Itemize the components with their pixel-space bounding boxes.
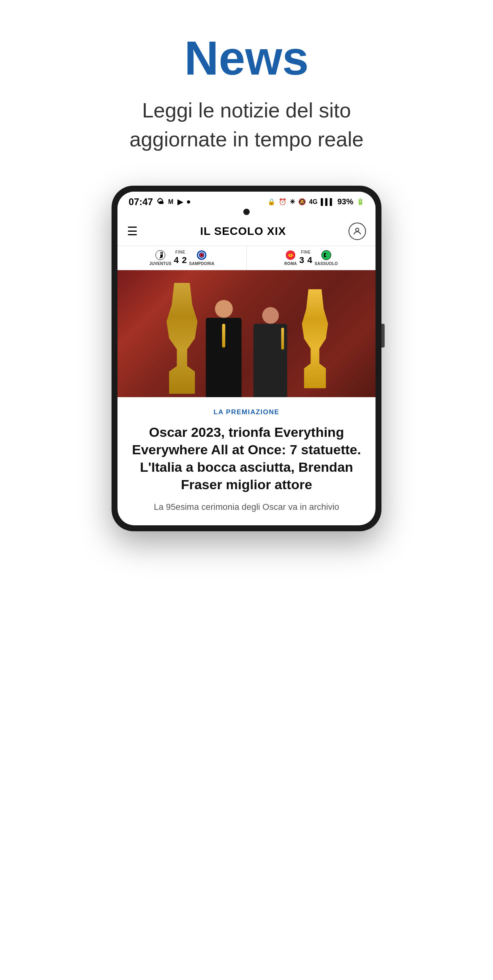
signal-bars: ▌▌▌ [321,198,334,206]
sassuolo-logo [321,250,331,260]
bluetooth-icon: ✳ [290,198,295,206]
alarm-icon: ⏰ [279,198,287,206]
cloud-icon: 🌤 [157,198,164,206]
svg-rect-3 [158,254,162,255]
page-title: News [24,32,469,84]
app-logo: IL SECOLO XIX [200,225,286,238]
team-name-sassuolo: SASSUOLO [315,261,338,266]
youtube-icon: ▶ [177,198,183,206]
svg-rect-2 [158,253,162,254]
main-article-image [117,270,376,397]
phone-screen: 07:47 🌤 M ▶ 🔒 ⏰ ✳ 🔕 4G ▌▌▌ 93% [117,192,376,526]
lock-icon: 🔒 [268,198,275,206]
network-type: 4G [309,198,318,206]
article-content: LA PREMIAZIONE Oscar 2023, trionfa Every… [117,397,376,526]
svg-point-0 [356,228,359,231]
team-roma: ROMA [284,250,297,266]
svg-point-9 [290,254,291,256]
status-time: 07:47 [129,196,153,208]
score-juventus-sampdoria: FINE 4 2 [174,250,187,265]
front-camera [243,209,250,215]
sampdoria-logo [196,250,207,260]
page-header: News Leggi le notizie del sito aggiornat… [0,0,493,178]
app-header: ☰ IL SECOLO XIX [117,217,376,246]
battery-level: 93% [337,197,353,206]
team-name-roma: ROMA [284,261,297,266]
svg-point-12 [325,254,327,256]
profile-button[interactable] [349,223,366,240]
scores-bar: JUVENTUS FINE 4 2 [117,246,376,270]
score-roma-sassuolo: FINE 3 4 [299,250,312,265]
article-category: LA PREMIAZIONE [129,408,364,416]
camera-notch [117,209,376,215]
svg-point-7 [201,254,202,256]
team-sassuolo: SASSUOLO [315,250,338,266]
team-sampdoria: SAMPDORIA [189,250,214,266]
phone-wrapper: 07:47 🌤 M ▶ 🔒 ⏰ ✳ 🔕 4G ▌▌▌ 93% [0,178,493,540]
gmail-icon: M [168,198,173,206]
status-bar: 07:47 🌤 M ▶ 🔒 ⏰ ✳ 🔕 4G ▌▌▌ 93% [117,192,376,211]
phone-frame: 07:47 🌤 M ▶ 🔒 ⏰ ✳ 🔕 4G ▌▌▌ 93% [112,186,381,532]
notification-dot [187,200,190,204]
battery-icon: 🔋 [356,198,364,206]
team-name-juventus: JUVENTUS [149,261,171,266]
hamburger-menu[interactable]: ☰ [127,224,138,238]
score-item-roma-sassuolo[interactable]: ROMA FINE 3 4 [247,246,376,270]
status-right: 🔒 ⏰ ✳ 🔕 4G ▌▌▌ 93% 🔋 [268,197,364,206]
roma-logo [285,250,296,260]
team-name-sampdoria: SAMPDORIA [189,261,214,266]
page-subtitle: Leggi le notizie del sito aggiornate in … [24,96,469,154]
volume-button [381,324,385,348]
status-left: 07:47 🌤 M ▶ [129,196,190,208]
score-item-juventus-sampdoria[interactable]: JUVENTUS FINE 4 2 [117,246,247,270]
mute-icon: 🔕 [298,198,306,206]
juventus-logo [155,250,166,260]
article-excerpt: La 95esima cerimonia degli Oscar va in a… [129,500,364,513]
team-juventus: JUVENTUS [149,250,171,266]
article-title[interactable]: Oscar 2023, trionfa Everything Everywher… [129,423,364,494]
